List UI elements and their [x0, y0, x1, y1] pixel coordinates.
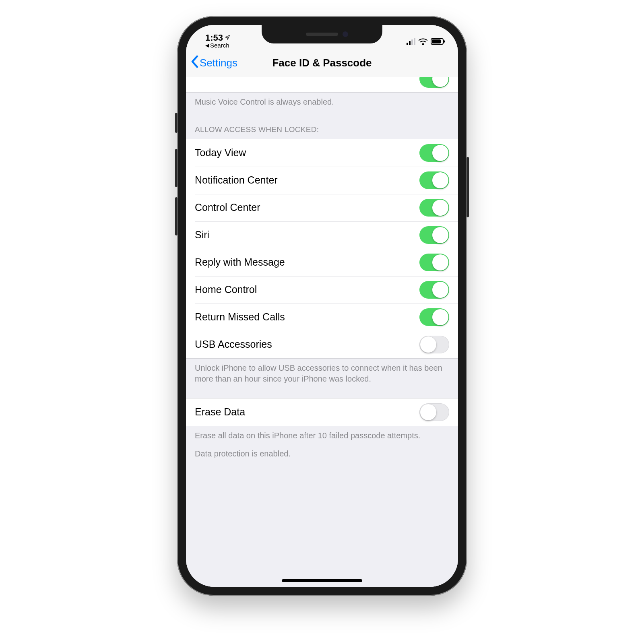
- erase-data-group: Erase Data: [186, 398, 458, 426]
- voice-dial-label: Voice Dial: [195, 77, 239, 79]
- row-allow-access: Notification Center: [186, 167, 458, 194]
- allow-access-item-toggle[interactable]: [419, 226, 449, 244]
- allow-access-header: ALLOW ACCESS WHEN LOCKED:: [186, 112, 458, 139]
- allow-access-item-toggle[interactable]: [419, 308, 449, 326]
- allow-access-item-label: Today View: [195, 147, 246, 159]
- row-voice-dial: Voice Dial: [186, 77, 458, 93]
- allow-access-footer: Unlock iPhone to allow USB accessories t…: [186, 359, 458, 389]
- allow-access-item-label: Return Missed Calls: [195, 311, 285, 323]
- row-erase-data: Erase Data: [186, 398, 458, 426]
- back-to-app-label: Search: [210, 42, 229, 48]
- clock-label: 1:53: [205, 33, 223, 42]
- allow-access-item-toggle[interactable]: [419, 171, 449, 189]
- allow-access-group: Today ViewNotification CenterControl Cen…: [186, 139, 458, 359]
- row-allow-access: Reply with Message: [186, 249, 458, 276]
- allow-access-item-label: Control Center: [195, 202, 260, 213]
- row-allow-access: Home Control: [186, 276, 458, 303]
- cellular-signal-icon: [407, 38, 415, 45]
- allow-access-item-label: Home Control: [195, 284, 257, 295]
- settings-content[interactable]: Voice Dial Music Voice Control is always…: [186, 77, 458, 587]
- allow-access-item-label: USB Accessories: [195, 339, 272, 350]
- status-time: 1:53: [205, 33, 230, 42]
- nav-back-button[interactable]: Settings: [191, 56, 237, 70]
- erase-data-footer1: Erase all data on this iPhone after 10 f…: [186, 426, 458, 446]
- back-triangle-icon: ◀: [205, 43, 209, 48]
- allow-access-item-toggle[interactable]: [419, 199, 449, 217]
- side-button: [466, 157, 469, 217]
- nav-bar: Settings Face ID & Passcode: [186, 49, 458, 77]
- allow-access-item-label: Reply with Message: [195, 256, 285, 268]
- row-allow-access: Return Missed Calls: [186, 303, 458, 331]
- mute-switch: [175, 113, 178, 133]
- screen: 1:53 ◀ Search: [186, 25, 458, 587]
- volume-down-button: [175, 197, 178, 235]
- nav-back-label: Settings: [200, 57, 237, 69]
- earpiece-speaker: [306, 33, 338, 36]
- allow-access-item-label: Notification Center: [195, 174, 278, 186]
- front-camera: [343, 31, 348, 37]
- battery-icon: [431, 38, 444, 45]
- home-indicator[interactable]: [282, 579, 362, 582]
- back-to-app-button[interactable]: ◀ Search: [205, 42, 229, 48]
- allow-access-item-label: Siri: [195, 229, 209, 241]
- location-icon: [225, 35, 230, 41]
- voice-dial-footer: Music Voice Control is always enabled.: [186, 93, 458, 112]
- wifi-icon: [418, 38, 428, 45]
- row-allow-access: Siri: [186, 221, 458, 249]
- allow-access-item-toggle[interactable]: [419, 254, 449, 271]
- row-allow-access: USB Accessories: [186, 331, 458, 358]
- phone-frame: 1:53 ◀ Search: [177, 16, 467, 596]
- allow-access-item-toggle[interactable]: [419, 144, 449, 162]
- volume-up-button: [175, 149, 178, 187]
- erase-data-label: Erase Data: [195, 406, 245, 418]
- allow-access-item-toggle[interactable]: [419, 336, 449, 353]
- erase-data-toggle[interactable]: [419, 403, 449, 421]
- voice-dial-toggle[interactable]: [419, 77, 449, 88]
- chevron-left-icon: [191, 56, 199, 70]
- erase-data-footer2: Data protection is enabled.: [186, 446, 458, 464]
- row-allow-access: Control Center: [186, 194, 458, 221]
- row-allow-access: Today View: [186, 139, 458, 167]
- notch: [262, 25, 382, 43]
- allow-access-item-toggle[interactable]: [419, 281, 449, 299]
- spacer: [186, 389, 458, 398]
- svg-point-0: [422, 43, 424, 45]
